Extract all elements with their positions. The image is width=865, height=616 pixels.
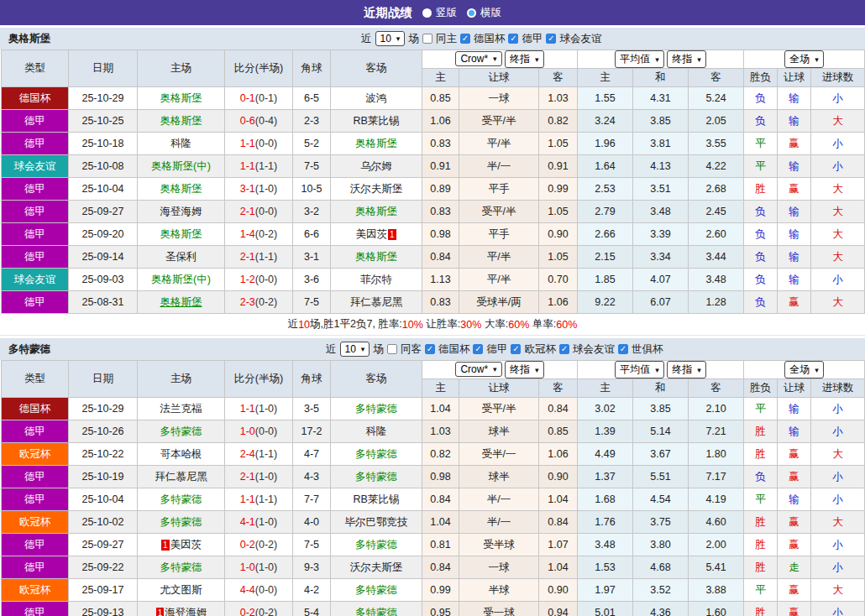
competition-filter-3-checkbox[interactable]: ✓	[559, 344, 569, 354]
competition-filter-1-checkbox[interactable]: ✓	[473, 344, 483, 354]
home-team-cell[interactable]: 奥格斯堡	[138, 291, 225, 314]
view-option-horizontal[interactable]: 横版	[467, 6, 501, 20]
handicap-line: 受一球	[459, 602, 539, 616]
away-team-cell[interactable]: RB莱比锡	[331, 488, 422, 511]
home-team-cell[interactable]: 奥格斯堡	[138, 223, 225, 246]
bookmaker-select[interactable]: Crow*▾	[455, 51, 501, 66]
bookmaker-select[interactable]: Crow*▾	[455, 362, 501, 377]
home-team-cell[interactable]: 尤文图斯	[138, 579, 225, 602]
competition-filter-0-label: 德国杯	[438, 342, 470, 357]
view-option-vertical[interactable]: 竖版	[422, 6, 457, 20]
away-team-cell[interactable]: 奥格斯堡	[331, 133, 422, 155]
away-team-cell[interactable]: 奥格斯堡	[331, 201, 422, 223]
home-team-cell[interactable]: 奥格斯堡	[138, 87, 225, 110]
avg-away-odds: 3.88	[689, 579, 744, 602]
home-team-cell[interactable]: 奥格斯堡	[138, 178, 225, 201]
away-team-cell[interactable]: 毕尔巴鄂竞技	[331, 511, 422, 534]
table-row: 球会友谊25-10-08奥格斯堡(中)1-1(1-1)7-5乌尔姆0.91半/一…	[2, 155, 865, 178]
corners-cell: 4-2	[293, 579, 331, 602]
table-row: 德甲25-10-04奥格斯堡3-1(1-0)10-5沃尔夫斯堡0.89平手0.9…	[2, 178, 865, 201]
away-team-cell[interactable]: 波鸿	[331, 87, 422, 110]
home-team-cell[interactable]: 奥格斯堡	[138, 110, 225, 133]
final-index-select[interactable]: 终指▾	[505, 50, 544, 68]
match-count-select[interactable]: 10▾	[375, 31, 406, 46]
away-team-cell[interactable]: 沃尔夫斯堡	[331, 556, 422, 579]
scope-select[interactable]: 全场▾	[784, 361, 824, 378]
away-team-cell[interactable]: 乌尔姆	[331, 155, 422, 178]
home-team-cell[interactable]: 多特蒙德	[138, 511, 225, 534]
team-name: 奥格斯堡	[355, 206, 397, 217]
competition-filter-0-checkbox[interactable]: ✓	[460, 34, 470, 44]
handicap-home-odds: 1.04	[422, 511, 459, 534]
home-team-cell[interactable]: 1美因茨	[138, 534, 225, 556]
avg-away-odds: 5.24	[689, 87, 744, 110]
avg-away-odds: 7.21	[689, 420, 744, 443]
handicap-result: 输	[778, 246, 811, 269]
average-select[interactable]: 平均值▾	[615, 50, 664, 68]
avg-away-odds: 2.68	[689, 178, 744, 201]
date-cell: 25-10-19	[69, 466, 138, 488]
summary-segment: 场,胜1平2负7, 胜率:	[310, 317, 402, 331]
final-index-select[interactable]: 终指▾	[667, 361, 706, 378]
away-team-cell[interactable]: RB莱比锡	[331, 110, 422, 133]
away-team-cell[interactable]: 沃尔夫斯堡	[331, 178, 422, 201]
away-team-cell[interactable]: 多特蒙德	[331, 534, 422, 556]
title-bar: 近期战绩 竖版 横版	[0, 0, 865, 25]
date-cell: 25-09-27	[69, 534, 138, 556]
home-team-cell[interactable]: 哥本哈根	[138, 443, 225, 466]
handicap-away-odds: 1.03	[539, 87, 578, 110]
avg-draw-odds: 3.51	[633, 178, 689, 201]
away-team-cell[interactable]: 多特蒙德	[331, 398, 422, 420]
date-cell: 25-09-27	[69, 201, 138, 223]
away-team-cell[interactable]: 多特蒙德	[331, 466, 422, 488]
away-team-cell[interactable]: 奥格斯堡	[331, 246, 422, 269]
col-away: 客场	[331, 50, 422, 87]
avg-home-odds: 1.53	[578, 556, 633, 579]
fulltime-score: 2-1	[240, 251, 255, 263]
date-cell: 25-09-03	[69, 269, 138, 291]
away-team-cell[interactable]: 科隆	[331, 420, 422, 443]
competition-type-badge: 欧冠杯	[2, 579, 69, 602]
corners-cell: 7-5	[293, 291, 331, 314]
avg-home-odds: 1.96	[578, 133, 633, 155]
competition-filter-2-checkbox[interactable]: ✓	[546, 34, 556, 44]
winloss-result: 胜	[744, 534, 778, 556]
away-team-cell[interactable]: 美因茨1	[331, 223, 422, 246]
home-team-cell[interactable]: 奥格斯堡(中)	[138, 155, 225, 178]
same-venue-checkbox[interactable]	[387, 344, 397, 354]
home-team-cell[interactable]: 法兰克福	[138, 398, 225, 420]
away-team-cell[interactable]: 拜仁慕尼黑	[331, 291, 422, 314]
final-index-select[interactable]: 终指▾	[505, 361, 544, 378]
competition-filter-4-checkbox[interactable]: ✓	[618, 344, 628, 354]
winloss-result: 负	[744, 466, 778, 488]
home-team-cell[interactable]: 多特蒙德	[138, 556, 225, 579]
goals-result: 大	[811, 291, 865, 314]
home-team-cell[interactable]: 奥格斯堡(中)	[138, 269, 225, 291]
home-team-cell[interactable]: 科隆	[138, 133, 225, 155]
away-team-cell[interactable]: 多特蒙德	[331, 579, 422, 602]
corners-cell: 3-1	[293, 246, 331, 269]
fulltime-score: 2-1	[240, 471, 255, 483]
away-team-cell[interactable]: 菲尔特	[331, 269, 422, 291]
away-team-cell[interactable]: 多特蒙德	[331, 443, 422, 466]
fulltime-score: 1-0	[240, 561, 255, 573]
home-team-cell[interactable]: 多特蒙德	[138, 420, 225, 443]
final-index-select[interactable]: 终指▾	[667, 50, 706, 68]
away-team-cell[interactable]: 多特蒙德	[331, 602, 422, 616]
home-team-cell[interactable]: 海登海姆	[138, 201, 225, 223]
home-team-cell[interactable]: 圣保利	[138, 246, 225, 269]
team-section-dortmund: 多特蒙德 近10▾场同客✓德国杯✓德甲✓欧冠杯✓球会友谊✓世俱杯 类型 日期 主…	[0, 338, 865, 616]
average-select[interactable]: 平均值▾	[615, 361, 664, 378]
score-cell: 1-1(1-1)	[225, 488, 293, 511]
home-team-cell[interactable]: 拜仁慕尼黑	[138, 466, 225, 488]
avg-home-odds: 1.68	[578, 488, 633, 511]
competition-filter-1-checkbox[interactable]: ✓	[508, 34, 518, 44]
competition-filter-2-checkbox[interactable]: ✓	[511, 344, 521, 354]
competition-filter-0-checkbox[interactable]: ✓	[425, 344, 435, 354]
match-count-select[interactable]: 10▾	[340, 342, 370, 357]
home-team-cell[interactable]: 多特蒙德	[138, 488, 225, 511]
home-team-cell[interactable]: 1海登海姆	[138, 602, 225, 616]
same-venue-checkbox[interactable]	[422, 34, 432, 44]
scope-select[interactable]: 全场▾	[784, 50, 824, 68]
avg-home-odds: 1.85	[578, 269, 633, 291]
